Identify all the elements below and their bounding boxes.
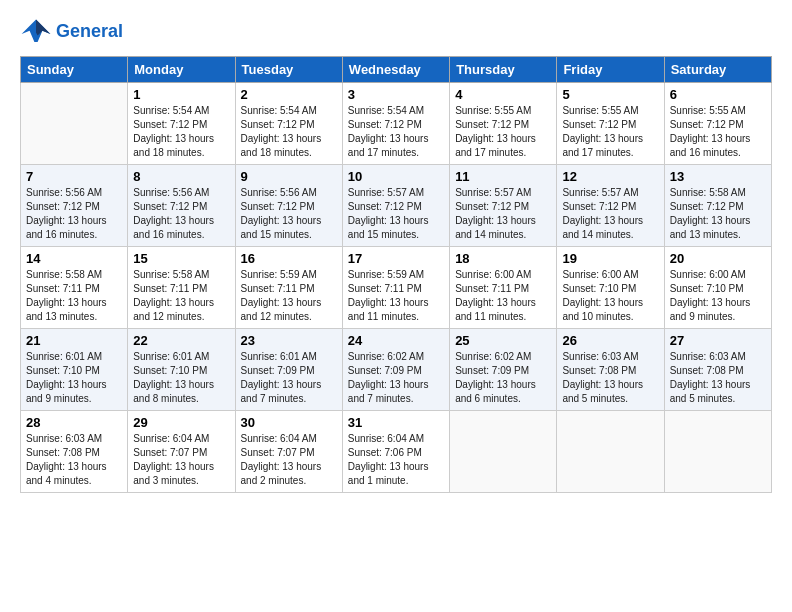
day-info: Sunrise: 5:59 AM Sunset: 7:11 PM Dayligh… bbox=[348, 268, 444, 324]
day-number: 12 bbox=[562, 169, 658, 184]
day-number: 25 bbox=[455, 333, 551, 348]
day-info: Sunrise: 5:59 AM Sunset: 7:11 PM Dayligh… bbox=[241, 268, 337, 324]
weekday-header-tuesday: Tuesday bbox=[235, 57, 342, 83]
day-number: 22 bbox=[133, 333, 229, 348]
calendar-week-row: 7Sunrise: 5:56 AM Sunset: 7:12 PM Daylig… bbox=[21, 165, 772, 247]
day-number: 9 bbox=[241, 169, 337, 184]
calendar-cell: 1Sunrise: 5:54 AM Sunset: 7:12 PM Daylig… bbox=[128, 83, 235, 165]
calendar-cell: 19Sunrise: 6:00 AM Sunset: 7:10 PM Dayli… bbox=[557, 247, 664, 329]
weekday-header-saturday: Saturday bbox=[664, 57, 771, 83]
day-number: 15 bbox=[133, 251, 229, 266]
calendar-cell: 29Sunrise: 6:04 AM Sunset: 7:07 PM Dayli… bbox=[128, 411, 235, 493]
calendar-cell: 6Sunrise: 5:55 AM Sunset: 7:12 PM Daylig… bbox=[664, 83, 771, 165]
calendar-cell: 8Sunrise: 5:56 AM Sunset: 7:12 PM Daylig… bbox=[128, 165, 235, 247]
logo-text: General bbox=[56, 22, 123, 42]
day-number: 11 bbox=[455, 169, 551, 184]
calendar-cell: 16Sunrise: 5:59 AM Sunset: 7:11 PM Dayli… bbox=[235, 247, 342, 329]
day-number: 6 bbox=[670, 87, 766, 102]
calendar-week-row: 14Sunrise: 5:58 AM Sunset: 7:11 PM Dayli… bbox=[21, 247, 772, 329]
day-info: Sunrise: 5:58 AM Sunset: 7:11 PM Dayligh… bbox=[26, 268, 122, 324]
day-info: Sunrise: 6:03 AM Sunset: 7:08 PM Dayligh… bbox=[26, 432, 122, 488]
weekday-header-wednesday: Wednesday bbox=[342, 57, 449, 83]
calendar-cell: 21Sunrise: 6:01 AM Sunset: 7:10 PM Dayli… bbox=[21, 329, 128, 411]
logo: General bbox=[20, 18, 123, 46]
day-number: 1 bbox=[133, 87, 229, 102]
weekday-header-friday: Friday bbox=[557, 57, 664, 83]
calendar-cell: 18Sunrise: 6:00 AM Sunset: 7:11 PM Dayli… bbox=[450, 247, 557, 329]
day-number: 5 bbox=[562, 87, 658, 102]
logo-icon bbox=[20, 18, 52, 46]
calendar-week-row: 1Sunrise: 5:54 AM Sunset: 7:12 PM Daylig… bbox=[21, 83, 772, 165]
day-info: Sunrise: 5:55 AM Sunset: 7:12 PM Dayligh… bbox=[455, 104, 551, 160]
day-number: 4 bbox=[455, 87, 551, 102]
day-info: Sunrise: 6:03 AM Sunset: 7:08 PM Dayligh… bbox=[670, 350, 766, 406]
day-number: 16 bbox=[241, 251, 337, 266]
day-number: 8 bbox=[133, 169, 229, 184]
day-number: 21 bbox=[26, 333, 122, 348]
day-number: 24 bbox=[348, 333, 444, 348]
day-info: Sunrise: 5:55 AM Sunset: 7:12 PM Dayligh… bbox=[670, 104, 766, 160]
day-number: 26 bbox=[562, 333, 658, 348]
day-info: Sunrise: 6:00 AM Sunset: 7:10 PM Dayligh… bbox=[562, 268, 658, 324]
day-info: Sunrise: 5:55 AM Sunset: 7:12 PM Dayligh… bbox=[562, 104, 658, 160]
day-info: Sunrise: 5:54 AM Sunset: 7:12 PM Dayligh… bbox=[241, 104, 337, 160]
day-info: Sunrise: 6:02 AM Sunset: 7:09 PM Dayligh… bbox=[455, 350, 551, 406]
calendar-cell: 20Sunrise: 6:00 AM Sunset: 7:10 PM Dayli… bbox=[664, 247, 771, 329]
day-info: Sunrise: 6:00 AM Sunset: 7:11 PM Dayligh… bbox=[455, 268, 551, 324]
day-info: Sunrise: 5:56 AM Sunset: 7:12 PM Dayligh… bbox=[241, 186, 337, 242]
day-info: Sunrise: 5:58 AM Sunset: 7:12 PM Dayligh… bbox=[670, 186, 766, 242]
calendar-cell: 10Sunrise: 5:57 AM Sunset: 7:12 PM Dayli… bbox=[342, 165, 449, 247]
calendar-header-row: SundayMondayTuesdayWednesdayThursdayFrid… bbox=[21, 57, 772, 83]
day-info: Sunrise: 5:54 AM Sunset: 7:12 PM Dayligh… bbox=[348, 104, 444, 160]
day-info: Sunrise: 6:04 AM Sunset: 7:07 PM Dayligh… bbox=[133, 432, 229, 488]
calendar-cell: 13Sunrise: 5:58 AM Sunset: 7:12 PM Dayli… bbox=[664, 165, 771, 247]
day-info: Sunrise: 6:03 AM Sunset: 7:08 PM Dayligh… bbox=[562, 350, 658, 406]
day-number: 29 bbox=[133, 415, 229, 430]
calendar-cell: 15Sunrise: 5:58 AM Sunset: 7:11 PM Dayli… bbox=[128, 247, 235, 329]
day-info: Sunrise: 6:01 AM Sunset: 7:09 PM Dayligh… bbox=[241, 350, 337, 406]
day-number: 17 bbox=[348, 251, 444, 266]
calendar-cell: 31Sunrise: 6:04 AM Sunset: 7:06 PM Dayli… bbox=[342, 411, 449, 493]
calendar-week-row: 28Sunrise: 6:03 AM Sunset: 7:08 PM Dayli… bbox=[21, 411, 772, 493]
calendar-cell: 3Sunrise: 5:54 AM Sunset: 7:12 PM Daylig… bbox=[342, 83, 449, 165]
calendar-cell: 7Sunrise: 5:56 AM Sunset: 7:12 PM Daylig… bbox=[21, 165, 128, 247]
header: General bbox=[20, 18, 772, 46]
day-info: Sunrise: 5:56 AM Sunset: 7:12 PM Dayligh… bbox=[133, 186, 229, 242]
calendar-cell: 17Sunrise: 5:59 AM Sunset: 7:11 PM Dayli… bbox=[342, 247, 449, 329]
calendar-cell: 23Sunrise: 6:01 AM Sunset: 7:09 PM Dayli… bbox=[235, 329, 342, 411]
day-number: 14 bbox=[26, 251, 122, 266]
day-number: 23 bbox=[241, 333, 337, 348]
day-number: 13 bbox=[670, 169, 766, 184]
calendar-cell: 30Sunrise: 6:04 AM Sunset: 7:07 PM Dayli… bbox=[235, 411, 342, 493]
calendar-cell: 27Sunrise: 6:03 AM Sunset: 7:08 PM Dayli… bbox=[664, 329, 771, 411]
day-number: 27 bbox=[670, 333, 766, 348]
day-number: 20 bbox=[670, 251, 766, 266]
day-number: 18 bbox=[455, 251, 551, 266]
day-info: Sunrise: 5:58 AM Sunset: 7:11 PM Dayligh… bbox=[133, 268, 229, 324]
calendar-cell: 9Sunrise: 5:56 AM Sunset: 7:12 PM Daylig… bbox=[235, 165, 342, 247]
day-number: 19 bbox=[562, 251, 658, 266]
calendar-cell: 5Sunrise: 5:55 AM Sunset: 7:12 PM Daylig… bbox=[557, 83, 664, 165]
calendar-cell: 14Sunrise: 5:58 AM Sunset: 7:11 PM Dayli… bbox=[21, 247, 128, 329]
calendar-week-row: 21Sunrise: 6:01 AM Sunset: 7:10 PM Dayli… bbox=[21, 329, 772, 411]
calendar-cell: 2Sunrise: 5:54 AM Sunset: 7:12 PM Daylig… bbox=[235, 83, 342, 165]
day-number: 7 bbox=[26, 169, 122, 184]
calendar-cell: 28Sunrise: 6:03 AM Sunset: 7:08 PM Dayli… bbox=[21, 411, 128, 493]
svg-marker-1 bbox=[36, 20, 50, 36]
day-number: 30 bbox=[241, 415, 337, 430]
day-info: Sunrise: 5:57 AM Sunset: 7:12 PM Dayligh… bbox=[562, 186, 658, 242]
calendar-cell bbox=[21, 83, 128, 165]
day-info: Sunrise: 6:00 AM Sunset: 7:10 PM Dayligh… bbox=[670, 268, 766, 324]
day-info: Sunrise: 6:01 AM Sunset: 7:10 PM Dayligh… bbox=[26, 350, 122, 406]
day-info: Sunrise: 5:56 AM Sunset: 7:12 PM Dayligh… bbox=[26, 186, 122, 242]
calendar-cell: 4Sunrise: 5:55 AM Sunset: 7:12 PM Daylig… bbox=[450, 83, 557, 165]
calendar-cell bbox=[450, 411, 557, 493]
weekday-header-thursday: Thursday bbox=[450, 57, 557, 83]
calendar-cell: 24Sunrise: 6:02 AM Sunset: 7:09 PM Dayli… bbox=[342, 329, 449, 411]
day-number: 3 bbox=[348, 87, 444, 102]
day-number: 31 bbox=[348, 415, 444, 430]
page: General SundayMondayTuesdayWednesdayThur… bbox=[0, 0, 792, 503]
calendar-cell: 22Sunrise: 6:01 AM Sunset: 7:10 PM Dayli… bbox=[128, 329, 235, 411]
calendar-cell: 11Sunrise: 5:57 AM Sunset: 7:12 PM Dayli… bbox=[450, 165, 557, 247]
day-number: 28 bbox=[26, 415, 122, 430]
